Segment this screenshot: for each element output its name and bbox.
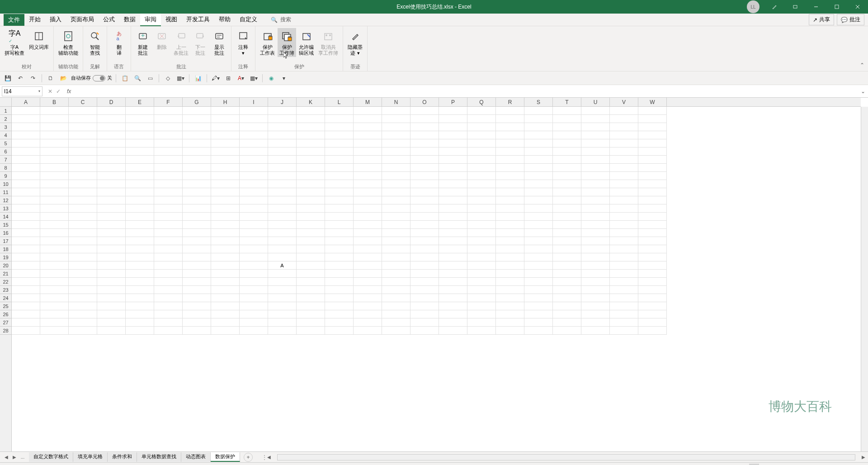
cell[interactable] (410, 213, 439, 221)
cell[interactable] (382, 204, 410, 213)
menu-tab-公式[interactable]: 公式 (99, 14, 119, 26)
nav-next-icon[interactable]: ▶ (11, 454, 18, 461)
cell[interactable] (325, 245, 354, 253)
cell[interactable] (240, 278, 268, 286)
cell[interactable] (524, 229, 553, 237)
row-header-1[interactable]: 1 (0, 107, 11, 115)
col-header-C[interactable]: C (69, 98, 97, 106)
col-header-M[interactable]: M (354, 98, 382, 106)
ribbon-btn-notes[interactable]: 注释▾ (234, 28, 252, 57)
cell[interactable] (524, 253, 553, 261)
cell[interactable] (467, 310, 496, 318)
cell[interactable] (581, 131, 610, 139)
cell[interactable] (126, 172, 154, 180)
cell[interactable] (211, 139, 240, 147)
cell[interactable] (325, 286, 354, 294)
ribbon-btn-ink[interactable]: 隐藏墨迹 ▾ (346, 28, 364, 57)
cell[interactable] (467, 196, 496, 204)
cell[interactable] (553, 302, 581, 310)
cell[interactable] (410, 115, 439, 123)
cell[interactable] (638, 123, 667, 131)
cell[interactable] (97, 204, 126, 213)
cell[interactable] (126, 261, 154, 270)
cell[interactable] (439, 261, 467, 270)
cell[interactable] (40, 270, 69, 278)
cell[interactable] (40, 294, 69, 302)
cell[interactable] (638, 213, 667, 221)
cell[interactable] (382, 253, 410, 261)
cell[interactable] (297, 188, 325, 196)
ribbon-btn-check[interactable]: 检查辅助功能 (57, 28, 80, 57)
tell-me-search[interactable]: 🔍 搜索 (271, 16, 291, 24)
cell[interactable] (410, 237, 439, 245)
cell[interactable] (97, 278, 126, 286)
cell[interactable] (354, 204, 382, 213)
cell[interactable] (12, 107, 40, 115)
cell[interactable] (126, 229, 154, 237)
cell[interactable] (268, 294, 297, 302)
cell[interactable] (354, 139, 382, 147)
cell[interactable] (126, 180, 154, 188)
formula-input[interactable] (74, 86, 858, 96)
cell[interactable] (183, 172, 211, 180)
page-break-view-icon[interactable]: ▦ (773, 464, 783, 465)
cell[interactable] (268, 278, 297, 286)
cell[interactable] (126, 327, 154, 335)
cell[interactable] (524, 188, 553, 196)
cell[interactable] (467, 221, 496, 229)
cell[interactable] (211, 204, 240, 213)
cell[interactable] (12, 302, 40, 310)
cell[interactable] (496, 278, 524, 286)
cell[interactable] (354, 123, 382, 131)
cell[interactable] (126, 204, 154, 213)
cell[interactable] (69, 156, 97, 164)
row-header-7[interactable]: 7 (0, 156, 11, 164)
redo-button[interactable]: ↷ (28, 73, 38, 83)
ribbon-btn-protectbook[interactable]: 保护工作簿 (278, 28, 296, 57)
col-header-A[interactable]: A (12, 98, 40, 106)
menu-tab-数据[interactable]: 数据 (119, 14, 140, 26)
cell[interactable] (40, 245, 69, 253)
cell[interactable] (610, 180, 638, 188)
cell[interactable] (496, 180, 524, 188)
cell[interactable] (439, 180, 467, 188)
sheet-tab-数据保护[interactable]: 数据保护 (211, 452, 240, 462)
cell[interactable] (354, 156, 382, 164)
cell[interactable] (496, 229, 524, 237)
cell[interactable] (268, 270, 297, 278)
cell[interactable] (638, 327, 667, 335)
cell[interactable] (553, 213, 581, 221)
cell[interactable] (240, 310, 268, 318)
cell[interactable] (240, 131, 268, 139)
fx-icon[interactable]: fx (64, 88, 74, 95)
cell[interactable] (40, 147, 69, 156)
cell[interactable] (325, 204, 354, 213)
cell[interactable] (69, 302, 97, 310)
cell[interactable] (638, 115, 667, 123)
cell[interactable] (126, 302, 154, 310)
cell[interactable] (638, 253, 667, 261)
cell[interactable] (610, 188, 638, 196)
cell[interactable] (268, 139, 297, 147)
cell[interactable] (553, 172, 581, 180)
undo-button[interactable]: ↶ (15, 73, 25, 83)
cell[interactable] (211, 327, 240, 335)
cell[interactable] (297, 270, 325, 278)
cell[interactable] (610, 286, 638, 294)
cell[interactable] (325, 221, 354, 229)
cell[interactable] (439, 204, 467, 213)
cell[interactable] (40, 156, 69, 164)
cell[interactable] (154, 139, 183, 147)
cell[interactable] (12, 294, 40, 302)
cell[interactable] (638, 286, 667, 294)
cell[interactable] (183, 164, 211, 172)
cell[interactable] (69, 196, 97, 204)
cell[interactable] (382, 221, 410, 229)
col-header-U[interactable]: U (581, 98, 610, 106)
row-header-22[interactable]: 22 (0, 278, 11, 286)
cell[interactable] (354, 147, 382, 156)
cell[interactable] (382, 188, 410, 196)
cell[interactable] (524, 156, 553, 164)
cell[interactable] (410, 229, 439, 237)
cell[interactable] (354, 115, 382, 123)
